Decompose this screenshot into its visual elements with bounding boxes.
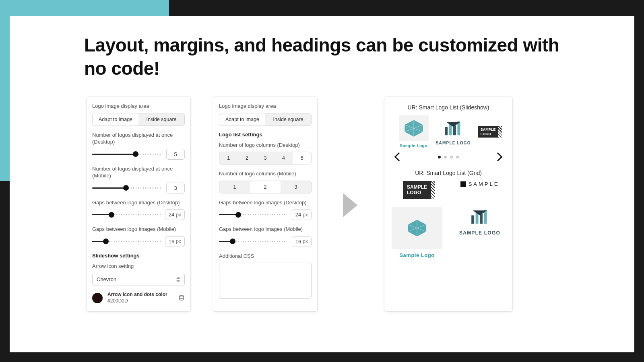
gap-desktop-value[interactable]: 24px	[165, 209, 185, 220]
svg-rect-2	[445, 127, 448, 135]
gap-mobile-value-2[interactable]: 16px	[292, 236, 312, 247]
mobile-count-value[interactable]: 3	[166, 183, 185, 193]
gap-desktop-slider[interactable]	[92, 214, 161, 215]
settings-panel-slideshow: Logo image display area Adapt to image I…	[86, 97, 191, 312]
seg-adapt-to-image-2[interactable]: Adapt to image	[219, 113, 265, 125]
display-area-segmented: Adapt to image Inside square	[92, 113, 185, 126]
settings-panel-grid: Logo image display area Adapt to image I…	[213, 97, 318, 312]
additional-css-textarea[interactable]	[219, 263, 312, 299]
additional-css-label: Additional CSS	[219, 253, 312, 260]
carousel-dot-2[interactable]	[444, 156, 447, 158]
desktop-cols-1[interactable]: 1	[219, 152, 238, 164]
grid-logos: SAMPLELOGO SAMPLE Sample Logo	[390, 181, 507, 258]
decorative-stripe-top	[0, 0, 169, 16]
decorative-stripe-left	[0, 16, 10, 181]
display-area-label-2: Logo image display area	[219, 103, 312, 110]
seg-adapt-to-image[interactable]: Adapt to image	[93, 113, 138, 125]
display-area-label: Logo image display area	[92, 103, 185, 110]
desktop-cols-5[interactable]: 5	[293, 152, 311, 164]
slideshow-settings-head: Slideshow settings	[92, 253, 185, 259]
color-label: Arrow icon and dots color	[107, 292, 167, 298]
transition-arrow-icon	[343, 193, 357, 217]
color-swatch	[92, 293, 103, 303]
carousel-dot-3[interactable]	[450, 156, 453, 158]
logo-caption-bars: SAMPLE LOGO	[436, 141, 471, 145]
desktop-cols-label: Number of logo columns (Desktop)	[219, 142, 312, 149]
grid-logo-hexagon	[392, 207, 442, 249]
carousel-dot-4[interactable]	[456, 156, 459, 158]
select-chevron-icon	[176, 277, 180, 282]
carousel-next-icon[interactable]	[493, 152, 503, 162]
desktop-cols-3[interactable]: 3	[256, 152, 275, 164]
preview-grid-title: UR: Smart Logo List (Grid)	[390, 170, 507, 176]
logo-hexagon	[399, 115, 429, 141]
color-hex: #200D0D	[107, 298, 167, 304]
desktop-cols-segmented: 1 2 3 4 5	[219, 152, 312, 165]
carousel-dots	[438, 156, 459, 158]
gap-mobile-value[interactable]: 16px	[165, 236, 185, 247]
grid-logo-sample-badge: SAMPLELOGO	[403, 181, 431, 199]
desktop-count-value[interactable]: 5	[166, 149, 185, 160]
grid-logo-sample-wide: SAMPLE	[460, 181, 500, 187]
gap-desktop-label-2: Gaps between logo images (Desktop)	[219, 199, 312, 206]
mobile-cols-3[interactable]: 3	[281, 181, 311, 193]
svg-point-0	[180, 295, 184, 297]
carousel-controls	[390, 154, 507, 160]
mobile-cols-segmented: 1 2 3	[219, 181, 312, 193]
gap-mobile-label: Gaps between logo images (Mobile)	[92, 226, 185, 233]
arrow-icon-label: Arrow icon setting	[92, 263, 185, 270]
page-headline: Layout, margins, and headings can be cus…	[84, 34, 586, 80]
grid-caption-bars: SAMPLE LOGO	[459, 230, 500, 236]
svg-rect-8	[471, 215, 474, 224]
mobile-count-label: Number of logos displayed at once (Mobil…	[92, 165, 185, 179]
preview-panel: UR: Smart Logo List (Slideshow) Sample L…	[384, 97, 513, 312]
arrow-color-row[interactable]: Arrow icon and dots color #200D0D	[92, 292, 185, 304]
gap-desktop-value-2[interactable]: 24px	[292, 209, 312, 220]
preview-slideshow-title: UR: Smart Logo List (Slideshow)	[390, 104, 507, 111]
mobile-cols-2[interactable]: 2	[250, 181, 281, 193]
display-area-segmented-2: Adapt to image Inside square	[219, 113, 312, 126]
desktop-count-label: Number of logos displayed at once (Deskt…	[92, 132, 185, 146]
logo-bars	[443, 119, 464, 138]
svg-rect-10	[480, 214, 483, 224]
logo-sample-badge: SAMPLELOGO	[478, 126, 498, 138]
arrow-icon-select[interactable]: Chevron	[92, 273, 185, 286]
grid-logo-bars	[469, 207, 490, 227]
logo-list-settings-head: Logo list settings	[219, 132, 312, 138]
mobile-count-slider[interactable]	[92, 187, 162, 189]
gap-mobile-label-2: Gaps between logo images (Mobile)	[219, 226, 312, 233]
slideshow-logo-row: Sample Logo SAMPLE LOGO SAMPLELOGO	[390, 115, 507, 148]
square-icon	[460, 181, 466, 187]
desktop-cols-2[interactable]: 2	[238, 152, 256, 164]
desktop-count-slider[interactable]	[92, 154, 162, 155]
carousel-prev-icon[interactable]	[394, 152, 404, 162]
mobile-cols-1[interactable]: 1	[219, 181, 250, 193]
svg-rect-4	[453, 125, 456, 135]
grid-caption-hex: Sample Logo	[399, 252, 434, 258]
seg-inside-square-2[interactable]: Inside square	[265, 113, 311, 125]
carousel-dot-1[interactable]	[438, 156, 441, 158]
seg-inside-square[interactable]: Inside square	[138, 113, 184, 125]
gap-desktop-label: Gaps between logo images (Desktop)	[92, 199, 185, 206]
gap-mobile-slider-2[interactable]	[219, 241, 288, 242]
arrow-icon-select-value: Chevron	[97, 276, 116, 282]
mobile-cols-label: Number of logo columns (Mobile)	[219, 170, 312, 177]
page-surface: Layout, margins, and headings can be cus…	[10, 16, 634, 352]
dynamic-source-icon[interactable]	[178, 295, 185, 301]
gap-mobile-slider[interactable]	[92, 241, 161, 242]
desktop-cols-4[interactable]: 4	[275, 152, 293, 164]
logo-caption-hex: Sample Logo	[400, 144, 427, 148]
gap-desktop-slider-2[interactable]	[219, 214, 288, 215]
